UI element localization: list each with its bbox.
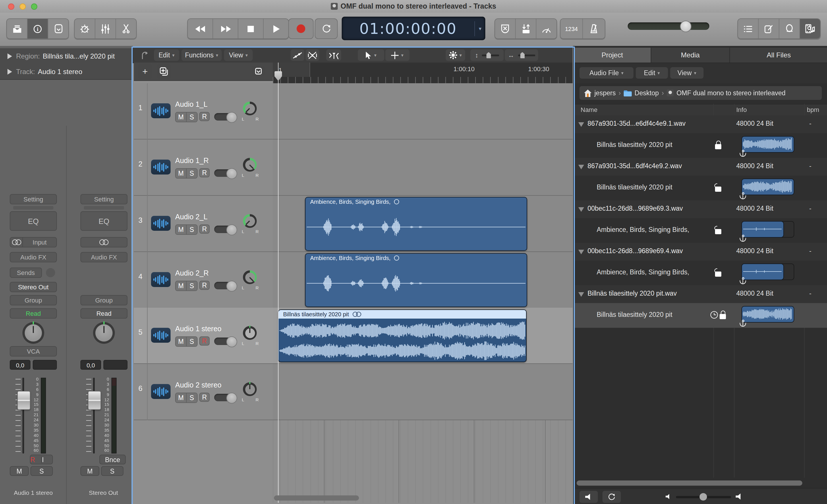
track-lane[interactable] — [273, 83, 573, 140]
automation-mode-button[interactable]: Read — [81, 308, 128, 318]
channel-group-button[interactable]: Group — [81, 295, 128, 305]
channel-setting-button[interactable]: Setting — [10, 194, 57, 204]
disclosure-triangle-icon[interactable] — [7, 68, 12, 74]
track-lane[interactable] — [273, 140, 573, 196]
stop-button[interactable] — [238, 19, 263, 39]
unlock-icon[interactable] — [715, 268, 721, 277]
audio-file-row[interactable]: 867a9301-35d...e6df4c4e9.1.wav 48000 24 … — [574, 115, 827, 133]
audio-region[interactable]: Ambience, Birds, Singing Birds, — [305, 253, 527, 307]
count-in-button[interactable]: 1234 — [561, 19, 583, 39]
track-name[interactable]: Audio 1_L — [175, 100, 208, 108]
channel-group-button[interactable]: Group — [10, 295, 57, 305]
record-enable-input-monitor-buttons[interactable]: R I — [30, 455, 53, 464]
unlock-icon[interactable] — [715, 183, 721, 192]
column-name[interactable]: Name — [581, 106, 597, 113]
disclosure-triangle-down-icon[interactable] — [578, 292, 584, 297]
stereo-format-icon[interactable] — [12, 239, 21, 245]
pan-knob[interactable] — [243, 326, 257, 340]
forward-button[interactable] — [213, 19, 238, 39]
flex-button[interactable] — [305, 49, 319, 61]
mute-solo-buttons[interactable]: MS — [175, 336, 198, 347]
audio-region-row[interactable]: Ambience, Birds, Singing Birds, — [574, 261, 827, 285]
record-button[interactable] — [288, 18, 313, 39]
lock-icon[interactable] — [720, 310, 726, 319]
browser-edit-menu[interactable]: Edit▾ — [636, 67, 668, 79]
disclosure-triangle-down-icon[interactable] — [578, 207, 584, 212]
cycle-button[interactable] — [315, 18, 338, 39]
track-number[interactable]: 3 — [134, 196, 148, 252]
mute-solo-buttons[interactable]: MS — [175, 168, 198, 179]
horizontal-scrollbar[interactable] — [274, 495, 359, 501]
volume-value[interactable]: 0,0 — [10, 360, 31, 370]
disclosure-triangle-down-icon[interactable] — [578, 250, 584, 254]
tuner-button[interactable] — [75, 19, 95, 39]
mute-button[interactable]: M — [10, 466, 29, 476]
automation-button[interactable] — [291, 49, 304, 61]
channel-eq-button[interactable]: EQ — [10, 211, 57, 231]
anchor-icon[interactable] — [739, 192, 746, 200]
inspector-toggle-button[interactable]: i — [28, 19, 48, 39]
left-click-tool-menu[interactable]: ▾ — [358, 49, 384, 61]
track-number[interactable]: 2 — [134, 140, 148, 196]
add-track-button[interactable]: + — [138, 64, 152, 79]
unlock-icon[interactable] — [715, 225, 721, 234]
anchor-icon[interactable] — [739, 277, 746, 285]
region-inspector-header[interactable]: Region: Billnäs tila...ely 2020 pit — [0, 48, 132, 64]
bounce-button[interactable]: Bnce — [99, 455, 126, 464]
loop-playback-button[interactable] — [602, 491, 621, 503]
audio-file-row[interactable]: 867a9301-35d...6df4c4e9.2.wav 48000 24 B… — [574, 158, 827, 175]
vertical-zoom-slider[interactable]: ↕ — [470, 49, 504, 61]
audio-file-row[interactable]: 00bec11c-26d8...9689e69.4.wav 48000 24 B… — [574, 243, 827, 261]
vca-button[interactable]: VCA — [10, 346, 57, 356]
track-volume-slider[interactable] — [214, 338, 236, 345]
lcd-display[interactable]: 01:00:00:00 ▾ — [342, 17, 485, 40]
output-format-button[interactable] — [81, 237, 128, 247]
record-enable-button[interactable]: R — [199, 336, 210, 346]
breadcrumb[interactable]: jespers › Desktop › OMF dual mono to ste… — [580, 86, 822, 100]
anchor-icon[interactable] — [739, 235, 746, 243]
disclosure-triangle-down-icon[interactable] — [578, 122, 584, 127]
browser-scrollbar[interactable] — [577, 481, 802, 486]
anchor-icon[interactable] — [739, 150, 746, 158]
track-volume-slider[interactable] — [214, 282, 236, 289]
split-scissors-button[interactable] — [116, 19, 136, 39]
disclosure-triangle-down-icon[interactable] — [578, 165, 584, 169]
automation-mode-button[interactable]: Read — [10, 308, 57, 318]
track-number[interactable]: 1 — [134, 83, 148, 140]
mixer-button[interactable] — [95, 19, 116, 39]
breadcrumb-root[interactable]: jespers — [594, 90, 616, 96]
anchor-icon[interactable] — [739, 320, 746, 328]
send-knob[interactable] — [46, 268, 55, 277]
record-enable-button[interactable]: R — [199, 168, 210, 178]
track-volume-slider[interactable] — [214, 113, 236, 120]
channel-eq-button[interactable]: EQ — [81, 211, 128, 231]
column-info[interactable]: Info — [736, 106, 747, 113]
playhead[interactable] — [278, 62, 279, 503]
track-name[interactable]: Audio 1 stereo — [175, 325, 222, 333]
view-menu[interactable]: View▾ — [224, 49, 253, 61]
track-volume-slider[interactable] — [214, 169, 236, 177]
volume-value[interactable]: 0,0 — [81, 360, 101, 370]
track-volume-slider[interactable] — [214, 394, 236, 401]
track-header[interactable]: 6 Audio 2 stereo MS R L R — [134, 364, 273, 420]
track-name[interactable]: Audio 2 stereo — [175, 381, 222, 389]
column-bpm[interactable]: bpm — [807, 106, 819, 113]
track-header[interactable]: 2 Audio 1_R MS R L R — [134, 140, 273, 196]
tab-all-files[interactable]: All Files — [730, 48, 827, 63]
autopunch-button[interactable] — [516, 19, 536, 39]
prelisten-volume-slider[interactable] — [676, 496, 731, 498]
metronome-button[interactable] — [583, 19, 605, 39]
clock-icon[interactable] — [711, 311, 718, 318]
mute-solo-buttons[interactable]: MS — [175, 112, 198, 122]
record-enable-button[interactable]: R — [199, 393, 210, 402]
track-name[interactable]: Audio 2_L — [175, 213, 208, 221]
channel-audiofx-button[interactable]: Audio FX — [81, 252, 128, 262]
list-editors-button[interactable] — [738, 19, 759, 39]
rewind-button[interactable] — [188, 19, 213, 39]
ruler-tick-strip[interactable] — [273, 77, 573, 84]
apple-loops-button[interactable] — [779, 19, 800, 39]
tab-project[interactable]: Project — [574, 48, 651, 63]
audio-region-row-selected[interactable]: Billnäs tilaesittely 2020 pit — [574, 303, 827, 328]
media-browser-button[interactable] — [800, 19, 820, 39]
breadcrumb-project[interactable]: OMF dual mono to stereo interleaved — [677, 90, 786, 96]
